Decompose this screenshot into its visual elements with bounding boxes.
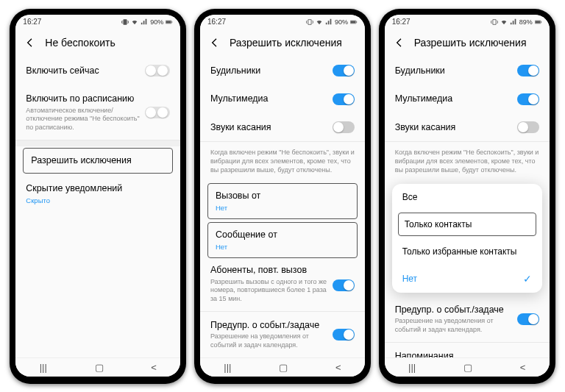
- phone-3: 16:27 89% Разрешить исключения Будильник…: [379, 9, 555, 384]
- screen: 16:27 90% Не беспокоить Включить сейчас …: [15, 15, 180, 377]
- wifi-icon: [500, 18, 508, 26]
- row-sub: Нет: [216, 243, 333, 252]
- content: Будильники Мультимедиа Звуки касания Ког…: [200, 57, 365, 357]
- row-calls-from[interactable]: Вызовы от Нет: [207, 183, 358, 219]
- battery-text: 90%: [150, 18, 163, 26]
- toggle[interactable]: [517, 93, 539, 105]
- vibrate-icon: [306, 18, 313, 26]
- row-alarm[interactable]: Будильники: [385, 57, 550, 86]
- wifi-icon: [316, 18, 323, 26]
- nav-home[interactable]: ▢: [463, 362, 472, 373]
- toggle[interactable]: [333, 65, 355, 76]
- toggle[interactable]: [333, 93, 355, 105]
- phone-1: 16:27 90% Не беспокоить Включить сейчас …: [10, 9, 186, 384]
- content: Включить сейчас Включить по расписанию А…: [15, 57, 180, 357]
- back-icon[interactable]: [24, 37, 36, 49]
- vibrate-icon: [491, 18, 498, 26]
- nav-back[interactable]: <: [520, 362, 526, 373]
- nav-recent[interactable]: |||: [40, 362, 47, 373]
- battery-text: 90%: [335, 18, 348, 26]
- toggle[interactable]: [517, 313, 539, 325]
- check-icon: ✓: [523, 273, 532, 285]
- toggle[interactable]: [145, 107, 170, 118]
- divider: [15, 140, 180, 146]
- popup-option-favorites-only[interactable]: Только избранные контакты: [392, 238, 542, 265]
- row-event-alerts[interactable]: Предупр. о событ./задаче Разрешение на у…: [200, 312, 365, 357]
- status-icons: 90%: [306, 18, 358, 26]
- status-bar: 16:27 90%: [15, 15, 180, 29]
- row-media[interactable]: Мультимедиа: [200, 85, 365, 114]
- battery-icon: [535, 18, 542, 26]
- option-label: Все: [402, 192, 418, 202]
- back-icon[interactable]: [209, 37, 221, 49]
- row-sub: Разрешить вызовы с одного и того же номе…: [210, 278, 328, 304]
- svg-rect-5: [356, 21, 357, 23]
- popup-option-all[interactable]: Все: [392, 184, 542, 210]
- screen: 16:27 89% Разрешить исключения Будильник…: [385, 15, 550, 377]
- row-repeat-callers[interactable]: Абоненты, повт. вызов Разрешить вызовы с…: [200, 260, 365, 312]
- row-media[interactable]: Мультимедиа: [385, 85, 550, 114]
- phone-2: 16:27 90% Разрешить исключения Будильник…: [194, 9, 371, 384]
- screen: 16:27 90% Разрешить исключения Будильник…: [200, 15, 365, 377]
- page-title: Не беспокоить: [45, 37, 115, 49]
- toggle[interactable]: [145, 65, 170, 76]
- row-label: Сообщение от: [216, 229, 349, 242]
- signal-icon: [325, 18, 333, 26]
- row-enable-schedule[interactable]: Включить по расписанию Автоматическое вк…: [15, 85, 180, 140]
- toggle[interactable]: [333, 279, 355, 291]
- header: Не беспокоить: [15, 29, 180, 57]
- row-alarm[interactable]: Будильники: [200, 57, 365, 86]
- row-sub: Автоматическое включение/отключение режи…: [26, 107, 143, 132]
- page-title: Разрешить исключения: [414, 37, 527, 49]
- toggle[interactable]: [517, 65, 539, 76]
- row-label: Скрытие уведомлений: [26, 182, 170, 196]
- row-allow-exceptions[interactable]: Разрешить исключения: [23, 148, 173, 174]
- header: Разрешить исключения: [385, 29, 550, 57]
- nav-back[interactable]: <: [151, 362, 157, 373]
- wifi-icon: [131, 18, 138, 26]
- header: Разрешить исключения: [200, 29, 365, 57]
- row-event-alerts[interactable]: Предупр. о событ./задаче Разрешение на у…: [385, 296, 550, 343]
- popup-option-none[interactable]: Нет ✓: [392, 265, 542, 293]
- row-touch-sounds[interactable]: Звуки касания: [385, 114, 550, 143]
- svg-rect-4: [350, 21, 355, 23]
- row-touch-sounds[interactable]: Звуки касания: [200, 114, 365, 143]
- svg-rect-8: [541, 21, 541, 23]
- vibrate-icon: [121, 18, 129, 26]
- row-sub: Разрешение на уведомления от событий и з…: [210, 332, 328, 349]
- nav-recent[interactable]: |||: [224, 362, 231, 373]
- row-label: Разрешить исключения: [31, 154, 165, 168]
- battery-icon: [166, 18, 173, 26]
- option-label: Только избранные контакты: [402, 246, 517, 257]
- row-label: Предупр. о событ./задаче: [395, 304, 539, 317]
- nav-recent[interactable]: |||: [408, 362, 416, 373]
- nav-back[interactable]: <: [335, 362, 341, 373]
- toggle[interactable]: [333, 329, 355, 341]
- row-reminders[interactable]: Напоминания Разрешите получение напомина…: [385, 343, 550, 357]
- option-label: Нет: [402, 274, 417, 284]
- nav-bar: ||| ▢ <: [15, 357, 180, 377]
- status-time: 16:27: [23, 18, 41, 26]
- nav-bar: ||| ▢ <: [200, 357, 365, 377]
- row-hide-notifications[interactable]: Скрытие уведомлений Скрыто: [15, 175, 180, 213]
- toggle[interactable]: [517, 121, 539, 133]
- info-text: Когда включен режим "Не беспокоить", зву…: [385, 142, 550, 182]
- popup-option-contacts-only[interactable]: Только контакты: [398, 213, 536, 236]
- option-label: Только контакты: [405, 219, 472, 229]
- row-enable-now[interactable]: Включить сейчас: [15, 57, 180, 86]
- status-bar: 16:27 90%: [200, 15, 365, 29]
- row-label: Предупр. о событ./задаче: [210, 319, 355, 332]
- svg-rect-1: [166, 21, 171, 23]
- page-title: Разрешить исключения: [230, 37, 342, 49]
- signal-icon: [510, 18, 517, 26]
- toggle[interactable]: [333, 121, 355, 133]
- status-icons: 90%: [121, 18, 173, 26]
- nav-home[interactable]: ▢: [95, 362, 104, 373]
- row-messages-from[interactable]: Сообщение от Нет: [207, 222, 358, 258]
- row-label: Вызовы от: [216, 190, 349, 203]
- status-time: 16:27: [392, 18, 411, 26]
- nav-home[interactable]: ▢: [279, 362, 288, 373]
- row-sub: Нет: [216, 204, 333, 213]
- svg-rect-7: [535, 21, 540, 23]
- back-icon[interactable]: [394, 37, 405, 49]
